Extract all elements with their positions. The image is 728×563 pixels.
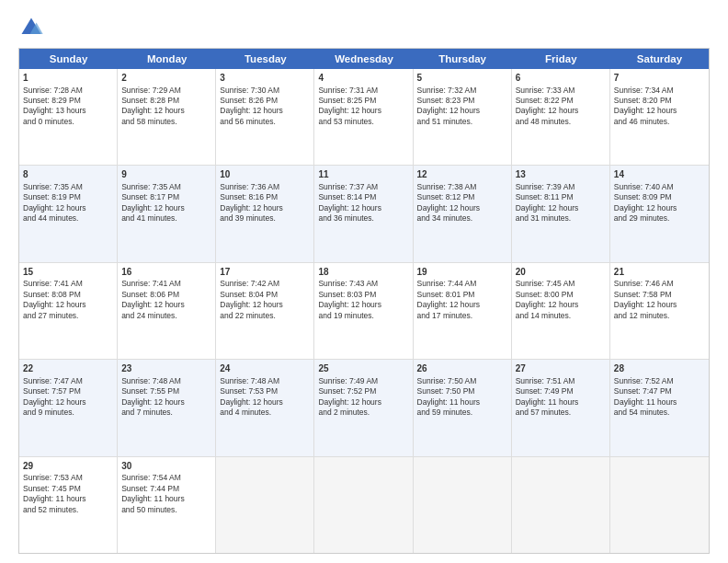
day-info-line: Sunrise: 7:37 AM [318,182,408,192]
day-info-line: Daylight: 12 hours [220,397,310,408]
day-info-line: Sunrise: 7:38 AM [417,182,507,192]
day-number: 16 [121,266,211,279]
day-info-line: and 24 minutes. [121,311,211,321]
day-info-line: Sunrise: 7:30 AM [220,86,310,96]
day-info-line: and 9 minutes. [23,408,113,418]
day-info-line: Sunset: 8:00 PM [516,290,606,300]
day-info-line: and 14 minutes. [516,311,606,321]
day-cell-21: 21Sunrise: 7:46 AMSunset: 7:58 PMDayligh… [610,263,709,359]
day-cell-5: 5Sunrise: 7:32 AMSunset: 8:23 PMDaylight… [414,69,512,165]
day-info-line: Daylight: 12 hours [318,300,408,310]
calendar: SundayMondayTuesdayWednesdayThursdayFrid… [18,48,710,554]
day-number: 28 [614,362,705,375]
day-info-line: Sunrise: 7:44 AM [417,279,507,289]
day-info-line: and 7 minutes. [121,408,211,418]
day-cell-6: 6Sunrise: 7:33 AMSunset: 8:22 PMDaylight… [512,69,610,165]
day-info-line: Sunrise: 7:49 AM [318,376,408,386]
day-info-line: Sunrise: 7:31 AM [318,86,408,96]
day-cell-28: 28Sunrise: 7:52 AMSunset: 7:47 PMDayligh… [610,360,709,455]
day-number: 19 [417,266,507,279]
day-info-line: Sunrise: 7:52 AM [614,376,705,386]
day-info-line: and 53 minutes. [318,117,408,127]
day-info-line: Daylight: 12 hours [318,203,408,213]
day-info-line: Daylight: 12 hours [417,203,507,213]
day-info-line: Sunrise: 7:29 AM [121,86,211,96]
day-info-line: and 27 minutes. [23,311,113,321]
day-number: 15 [23,266,113,279]
day-number: 26 [417,362,507,375]
day-info-line: Sunrise: 7:50 AM [417,376,507,386]
day-info-line: and 22 minutes. [220,311,310,321]
day-number: 17 [220,266,310,279]
day-number: 25 [318,362,408,375]
day-info-line: Sunrise: 7:34 AM [614,86,705,96]
day-number: 2 [121,72,211,85]
calendar-row-2: 8Sunrise: 7:35 AMSunset: 8:19 PMDaylight… [19,166,709,262]
day-info-line: Sunrise: 7:41 AM [121,279,211,289]
day-info-line: Sunset: 7:52 PM [318,386,408,396]
weekday-header-sunday: Sunday [19,49,118,69]
day-info-line: Sunset: 7:58 PM [614,290,705,300]
day-cell-17: 17Sunrise: 7:42 AMSunset: 8:04 PMDayligh… [216,263,314,359]
day-info-line: Daylight: 11 hours [614,397,705,408]
day-cell-11: 11Sunrise: 7:37 AMSunset: 8:14 PMDayligh… [314,166,413,261]
day-info-line: Sunset: 7:45 PM [23,484,113,494]
day-info-line: Daylight: 12 hours [318,397,408,408]
day-cell-24: 24Sunrise: 7:48 AMSunset: 7:53 PMDayligh… [216,360,314,455]
day-info-line: Daylight: 11 hours [121,494,211,504]
day-info-line: Daylight: 12 hours [516,106,606,116]
day-info-line: Daylight: 12 hours [318,106,408,116]
day-info-line: Sunset: 8:01 PM [417,290,507,300]
day-number: 24 [220,362,310,375]
header [18,15,710,40]
day-info-line: Sunset: 8:19 PM [23,192,113,202]
day-info-line: Daylight: 12 hours [417,300,507,310]
day-info-line: Daylight: 12 hours [614,106,705,116]
day-info-line: Sunrise: 7:51 AM [516,376,606,386]
day-info-line: Sunset: 8:06 PM [121,290,211,300]
empty-cell [314,457,413,553]
day-info-line: and 56 minutes. [220,117,310,127]
day-number: 21 [614,266,705,279]
day-cell-13: 13Sunrise: 7:39 AMSunset: 8:11 PMDayligh… [512,166,610,261]
day-cell-19: 19Sunrise: 7:44 AMSunset: 8:01 PMDayligh… [414,263,512,359]
day-info-line: Sunrise: 7:53 AM [23,473,113,483]
day-number: 3 [220,72,310,85]
day-info-line: Sunrise: 7:48 AM [121,376,211,386]
day-info-line: and 48 minutes. [516,117,606,127]
weekday-header-tuesday: Tuesday [216,49,314,69]
day-info-line: Daylight: 12 hours [121,397,211,408]
day-cell-29: 29Sunrise: 7:53 AMSunset: 7:45 PMDayligh… [19,457,118,553]
day-info-line: and 46 minutes. [614,117,705,127]
day-info-line: and 12 minutes. [614,311,705,321]
day-info-line: and 4 minutes. [220,408,310,418]
day-info-line: and 36 minutes. [318,213,408,224]
day-info-line: Sunrise: 7:48 AM [220,376,310,386]
day-number: 9 [121,168,211,181]
day-info-line: Sunset: 8:08 PM [23,290,113,300]
day-cell-30: 30Sunrise: 7:54 AMSunset: 7:44 PMDayligh… [118,457,216,553]
day-info-line: Daylight: 12 hours [23,397,113,408]
day-info-line: and 29 minutes. [614,213,705,224]
day-info-line: Daylight: 12 hours [23,300,113,310]
day-info-line: Sunset: 8:23 PM [417,96,507,106]
day-info-line: Daylight: 11 hours [23,494,113,504]
day-number: 5 [417,72,507,85]
day-cell-26: 26Sunrise: 7:50 AMSunset: 7:50 PMDayligh… [414,360,512,455]
weekday-header-friday: Friday [512,49,610,69]
day-info-line: Sunrise: 7:42 AM [220,279,310,289]
day-info-line: Daylight: 11 hours [516,397,606,408]
day-cell-8: 8Sunrise: 7:35 AMSunset: 8:19 PMDaylight… [19,166,118,261]
calendar-row-3: 15Sunrise: 7:41 AMSunset: 8:08 PMDayligh… [19,263,709,360]
day-info-line: and 17 minutes. [417,311,507,321]
weekday-header-saturday: Saturday [610,49,709,69]
day-number: 4 [318,72,408,85]
day-info-line: Sunset: 7:53 PM [220,386,310,396]
day-info-line: Daylight: 12 hours [220,203,310,213]
day-info-line: Sunrise: 7:46 AM [614,279,705,289]
day-info-line: Sunrise: 7:28 AM [23,86,113,96]
day-info-line: Sunrise: 7:45 AM [516,279,606,289]
empty-cell [216,457,314,553]
day-info-line: Sunset: 8:17 PM [121,192,211,202]
day-info-line: and 59 minutes. [417,408,507,418]
